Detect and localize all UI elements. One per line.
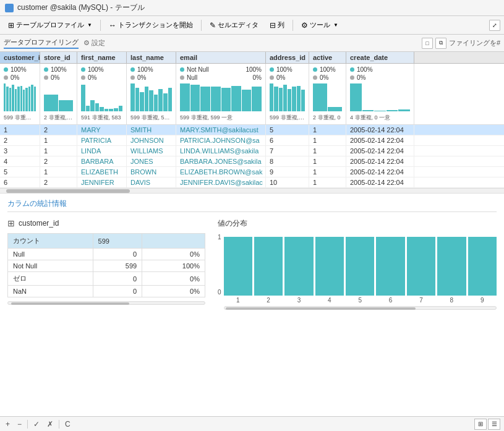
stats-left: ⊞ customer_id カウント 599 Null 0 0% (7, 218, 205, 310)
stats-scrollbar-thumb[interactable] (11, 302, 129, 305)
tools-dropdown-icon: ▼ (333, 22, 338, 28)
columns-btn[interactable]: ⊟ 列 (265, 19, 289, 32)
col-header-last-name[interactable]: last_name (127, 52, 176, 63)
cell-aid: 8 (266, 156, 309, 166)
cell-cdate: 2005-02-14 22:04 (346, 177, 414, 187)
confirm-btn[interactable]: ✓ (32, 419, 41, 429)
cell-sid: 1 (40, 135, 77, 145)
dot-teal5-icon (180, 67, 184, 72)
cell-sid: 1 (40, 167, 77, 177)
table-profile-btn[interactable]: ⊞ テーブルプロファイル ▼ (4, 19, 96, 32)
mini-chart-first-name (81, 83, 122, 111)
cell-active: 1 (309, 135, 346, 145)
dot-gray-icon (4, 75, 8, 80)
edit-icon: ✎ (210, 21, 216, 30)
stat-bottom-customer-id: 599 非重複, 599 ・ (4, 114, 36, 122)
refresh-btn[interactable]: C (63, 419, 72, 429)
dist-scrollbar-thumb[interactable] (226, 307, 416, 310)
profile-cell-create-date: 100% 0% 4 非重複, 0 一意 (346, 64, 414, 124)
stats-scrollbar[interactable] (7, 301, 205, 305)
cell-aid: 5 (266, 125, 309, 135)
mini-chart-customer-id (4, 83, 36, 111)
cell-cdate: 2005-02-14 22:04 (346, 146, 414, 156)
dot-gray8-icon (350, 75, 354, 80)
tools-icon: ⚙ (301, 21, 308, 30)
profile-table: customer_id store_id first_name last_nam… (0, 52, 504, 189)
stat-val-nan: 0 (93, 286, 142, 297)
col-header-create-date[interactable]: create_date (346, 52, 414, 63)
col-header-store-id[interactable]: store_id (40, 52, 77, 63)
stat-bottom-store-id: 2 非重複, 0 ・ (44, 114, 73, 122)
dist-bar-2 (254, 237, 283, 296)
list-view-btn[interactable]: ☰ (488, 419, 500, 430)
stat-label-nan: NaN (8, 286, 93, 297)
stats-row-zero: ゼロ 0 0% (8, 272, 205, 286)
cell-id: 5 (0, 167, 40, 177)
stat-bottom-last-name: 599 非重複, 599 〜 (130, 114, 172, 122)
dist-bars (224, 234, 497, 296)
scrollbar-thumb[interactable] (6, 189, 130, 193)
stats-panel: カラムの統計情報 ⊞ customer_id カウント 599 Null 0 (0, 194, 504, 416)
cell-lname: WILLIAMS (127, 146, 176, 156)
col-header-first-name[interactable]: first_name (77, 52, 127, 63)
profile-cell-store-id: 100% 0% 2 非重複, 0 ・ (40, 64, 77, 124)
profile-cell-customer-id: 100% 0% 599 非重複, 599 ・ (0, 64, 40, 124)
view-btn2[interactable]: ⧉ (435, 38, 446, 49)
cell-aid: 6 (266, 135, 309, 145)
col-header-address-id[interactable]: address_id (266, 52, 309, 63)
table-row[interactable]: 6 2 JENNIFER DAVIS JENNIFER.DAVIS@sakila… (0, 177, 504, 188)
right-view-btns: ⊞ ☰ (474, 419, 500, 430)
sep-bottom (27, 420, 28, 429)
mini-chart-email (180, 83, 262, 111)
view-btn1[interactable]: □ (422, 38, 433, 49)
cell-sid: 2 (40, 125, 77, 135)
profile-cell-email: Not Null100% Null0% 599 非重複, 599 一意 (176, 64, 266, 124)
grid-view-btn[interactable]: ⊞ (474, 419, 487, 430)
title-text: customer @sakila (MySQL) - テーブル (17, 2, 145, 13)
cell-email: JENNIFER.DAVIS@sakilac (176, 177, 266, 187)
tab-data-profiling[interactable]: データプロファイリング (4, 38, 79, 49)
cell-fname: JENNIFER (77, 177, 127, 187)
cell-lname: DAVIS (127, 177, 176, 187)
col-header-email[interactable]: email (176, 52, 266, 63)
table-row[interactable]: 5 1 ELIZABETH BROWN ELIZABETH.BROWN@sak … (0, 167, 504, 177)
tools-btn[interactable]: ⚙ ツール ▼ (297, 19, 343, 32)
tab-settings[interactable]: ⚙ 設定 (83, 38, 105, 48)
table-row[interactable]: 1 2 MARY SMITH MARY.SMITH@sakilacust 5 1… (0, 125, 504, 135)
stat-label-notnull: Not Null (8, 260, 93, 272)
horizontal-scrollbar[interactable] (0, 189, 504, 194)
add-row-btn[interactable]: + (4, 419, 12, 429)
cell-cdate: 2005-02-14 22:04 (346, 167, 414, 177)
cell-id: 1 (0, 125, 40, 135)
sep3 (293, 20, 293, 31)
table-row[interactable]: 3 1 LINDA WILLIAMS LINDA.WILLIAMS@sakila… (0, 146, 504, 156)
maximize-btn[interactable]: ⤢ (489, 20, 500, 31)
mini-chart-last-name (130, 83, 172, 111)
table-row[interactable]: 4 2 BARBARA JONES BARBARA.JONES@sakila 8… (0, 156, 504, 167)
transaction-btn[interactable]: ↔ トランザクションを開始 (105, 19, 197, 32)
cell-editor-btn[interactable]: ✎ セルエディタ (205, 19, 263, 32)
table-row[interactable]: 2 1 PATRICIA JOHNSON PATRICIA.JOHNSON@sa… (0, 135, 504, 146)
stat-bottom-active: 2 非重複, 0 (313, 114, 342, 122)
cell-email: LINDA.WILLIAMS@sakila (176, 146, 266, 156)
profile-cell-first-name: 100% 0% 591 非重複, 583 (77, 64, 127, 124)
cell-fname: LINDA (77, 146, 127, 156)
dist-scrollbar[interactable] (224, 306, 497, 310)
sep-bottom2 (59, 420, 59, 429)
bottom-bar: + − ✓ ✗ C ⊞ ☰ (0, 416, 504, 431)
col-header-customer-id[interactable]: customer_id (0, 52, 40, 63)
col-header-active[interactable]: active (309, 52, 346, 63)
transaction-icon: ↔ (109, 21, 116, 30)
stat-bottom-address-id: 599 非重複, 599 〜 (270, 114, 305, 122)
cancel-edit-btn[interactable]: ✗ (45, 419, 55, 429)
delete-row-btn[interactable]: − (15, 419, 23, 429)
cell-aid: 9 (266, 167, 309, 177)
stat-val-count: 599 (93, 234, 142, 249)
cell-lname: SMITH (127, 125, 176, 135)
cell-cdate: 2005-02-14 22:04 (346, 125, 414, 135)
stat-bottom-create-date: 4 非重複, 0 一意 (350, 114, 410, 122)
dot-teal4-icon (130, 67, 135, 72)
cell-fname: BARBARA (77, 156, 127, 166)
dist-section: 値の分布 1 0 (218, 218, 497, 310)
grid-icon: ⊞ (7, 218, 15, 228)
